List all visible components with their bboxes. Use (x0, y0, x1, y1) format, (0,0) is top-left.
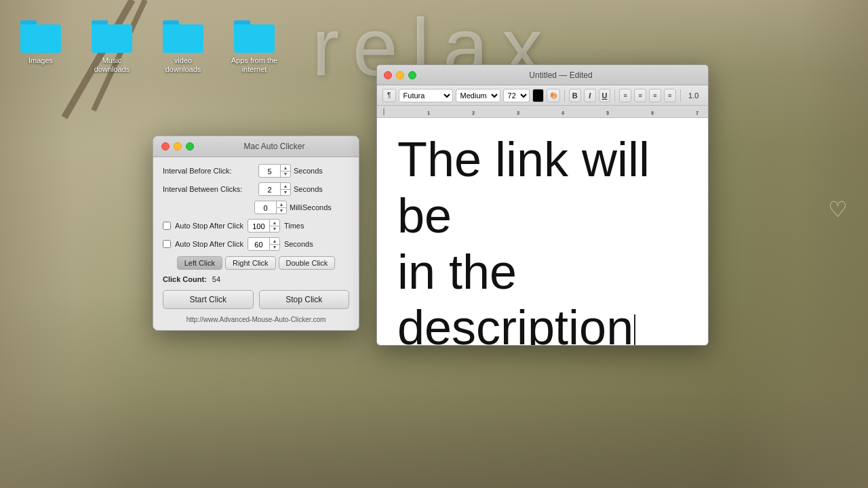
ruler-svg: 1 2 3 4 5 6 7 (377, 106, 708, 118)
interval-before-input-group: 5 ▲ ▼ Seconds (258, 164, 323, 178)
interval-between-down2[interactable]: ▼ (277, 208, 286, 214)
auto-stop-times-row: Auto Stop After Click 100 ▲ ▼ Times (163, 219, 349, 232)
auto-stop-times-unit: Times (284, 222, 304, 230)
heart-icon: ♡ (828, 197, 848, 222)
auto-stop-times-up[interactable]: ▲ (270, 220, 279, 226)
color-picker-btn[interactable]: 🎨 (547, 89, 560, 102)
interval-between-value1: 2 (259, 183, 281, 195)
interval-before-arrows[interactable]: ▲ ▼ (281, 165, 290, 177)
auto-stop-seconds-stepper[interactable]: 60 ▲ ▼ (248, 237, 280, 251)
right-click-button[interactable]: Right Click (225, 256, 276, 270)
desktop-icon-video[interactable]: video downloads (156, 20, 210, 74)
interval-between-up2[interactable]: ▲ (277, 201, 286, 208)
interval-between-stepper2[interactable]: 0 ▲ ▼ (254, 201, 287, 214)
interval-between-arrows1[interactable]: ▲ ▼ (281, 183, 290, 195)
textedit-line1: The link will be (397, 131, 688, 244)
interval-between-stepper1[interactable]: 2 ▲ ▼ (258, 182, 291, 196)
size-select[interactable]: 72 (503, 89, 530, 102)
interval-between-value2: 0 (255, 201, 277, 214)
svg-text:7: 7 (696, 110, 699, 116)
color-swatch[interactable] (532, 89, 545, 102)
interval-between-up1[interactable]: ▲ (281, 183, 290, 190)
interval-between-input-group1: 2 ▲ ▼ Seconds (258, 182, 323, 196)
textedit-line3: description (397, 300, 688, 345)
textedit-ruler: 1 2 3 4 5 6 7 (377, 106, 708, 118)
interval-before-row: Interval Before Click: 5 ▲ ▼ Seconds (163, 164, 349, 178)
auto-stop-times-stepper[interactable]: 100 ▲ ▼ (248, 219, 280, 232)
left-click-button[interactable]: Left Click (177, 256, 222, 270)
stop-click-button[interactable]: Stop Click (259, 290, 350, 309)
close-button[interactable] (161, 142, 170, 150)
auto-stop-seconds-up[interactable]: ▲ (270, 238, 279, 245)
auto-stop-seconds-label: Auto Stop After Click (175, 240, 243, 248)
auto-stop-seconds-row: Auto Stop After Click 60 ▲ ▼ Seconds (163, 237, 349, 251)
align-left-btn[interactable]: ≡ (619, 89, 631, 102)
interval-before-stepper[interactable]: 5 ▲ ▼ (258, 164, 291, 178)
website-link[interactable]: http://www.Advanced-Mouse-Auto-Clicker.c… (163, 316, 349, 323)
icon-label-apps: Apps from the internet (227, 56, 281, 74)
folder-icon-images (20, 20, 61, 53)
minimize-button[interactable] (174, 142, 182, 150)
desktop-icon-music[interactable]: Music downloads (85, 20, 139, 74)
interval-between-unit2: MilliSeconds (290, 203, 332, 211)
auto-stop-seconds-down[interactable]: ▼ (270, 245, 279, 251)
interval-between-row2: 0 ▲ ▼ MilliSeconds (254, 201, 349, 214)
textedit-titlebar: Untitled — Edited (377, 65, 708, 85)
auto-stop-seconds-value: 60 (248, 238, 270, 250)
textedit-title: Untitled — Edited (420, 70, 701, 80)
textedit-text: The link will be in the description (397, 131, 688, 345)
auto-clicker-content: Interval Before Click: 5 ▲ ▼ Seconds Int… (153, 157, 359, 330)
auto-stop-times-checkbox[interactable] (163, 222, 171, 230)
auto-stop-times-label: Auto Stop After Click (175, 222, 243, 230)
click-count-label: Click Count: (163, 275, 207, 283)
folder-icon-video (163, 20, 203, 53)
auto-stop-times-arrows[interactable]: ▲ ▼ (270, 220, 279, 232)
align-right-btn[interactable]: ≡ (649, 89, 661, 102)
interval-between-arrows2[interactable]: ▲ ▼ (277, 201, 286, 214)
interval-between-unit1: Seconds (294, 185, 323, 193)
svg-text:5: 5 (606, 110, 610, 116)
underline-btn[interactable]: U (599, 89, 611, 102)
icon-label-video: video downloads (156, 56, 210, 74)
auto-stop-seconds-checkbox[interactable] (163, 240, 171, 248)
click-count-row: Click Count: 54 (163, 275, 349, 283)
bold-btn[interactable]: B (569, 89, 581, 102)
interval-before-down[interactable]: ▼ (281, 171, 290, 178)
paragraph-style-btn[interactable]: ¶ (382, 89, 396, 102)
textedit-minimize-button[interactable] (396, 71, 404, 79)
auto-stop-seconds-arrows[interactable]: ▲ ▼ (270, 238, 279, 250)
font-select[interactable]: Futura (399, 89, 453, 102)
align-justify-btn[interactable]: ≡ (664, 89, 676, 102)
auto-clicker-window: Mac Auto Clicker Interval Before Click: … (153, 136, 359, 331)
textedit-close-button[interactable] (384, 71, 392, 79)
textedit-toolbar: ¶ Futura Medium 72 🎨 B I U ≡ ≡ ≡ ≡ 1.0 (377, 85, 708, 106)
textedit-window: Untitled — Edited ¶ Futura Medium 72 🎨 B… (376, 64, 709, 346)
interval-between-down1[interactable]: ▼ (281, 190, 290, 196)
desktop-icon-images[interactable]: Images (14, 20, 68, 74)
line-spacing-value: 1.0 (685, 92, 703, 100)
weight-select[interactable]: Medium (456, 89, 500, 102)
italic-btn[interactable]: I (584, 89, 596, 102)
svg-text:2: 2 (472, 110, 475, 116)
maximize-button[interactable] (186, 142, 194, 150)
icon-label-music: Music downloads (85, 56, 139, 74)
textedit-content[interactable]: The link will be in the description (377, 118, 708, 345)
align-center-btn[interactable]: ≡ (634, 89, 646, 102)
folder-icon-apps (234, 20, 275, 53)
wall-right (732, 0, 868, 488)
auto-stop-times-down[interactable]: ▼ (270, 226, 279, 232)
double-click-button[interactable]: Double Click (279, 256, 336, 270)
auto-stop-seconds-unit: Seconds (284, 240, 313, 248)
interval-before-up[interactable]: ▲ (281, 165, 290, 171)
textedit-maximize-button[interactable] (408, 71, 416, 79)
toolbar-divider-1 (564, 89, 565, 102)
click-type-row: Left Click Right Click Double Click (163, 256, 349, 270)
start-click-button[interactable]: Start Click (163, 290, 254, 309)
click-count-value: 54 (212, 275, 220, 283)
desktop-icon-apps[interactable]: Apps from the internet (227, 20, 281, 74)
toolbar-divider-2 (614, 89, 615, 102)
interval-before-label: Interval Before Click: (163, 167, 254, 175)
textedit-line2: in the (397, 244, 688, 300)
folder-icon-music (92, 20, 132, 53)
auto-clicker-titlebar: Mac Auto Clicker (153, 136, 359, 157)
